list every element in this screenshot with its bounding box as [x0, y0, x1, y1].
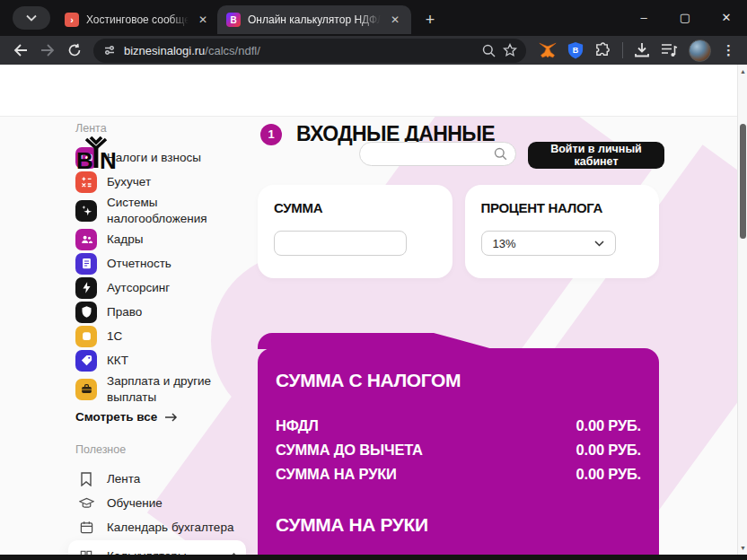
- percent-card: ПРОЦЕНТ НАЛОГА 13%: [465, 185, 660, 278]
- briefcase-icon: [75, 379, 97, 400]
- input-cards: СУММА ПРОЦЕНТ НАЛОГА 13%: [258, 185, 659, 278]
- timeweb-favicon-icon: ›: [65, 13, 79, 27]
- scroll-up-icon[interactable]: ▲: [738, 68, 747, 74]
- site-settings-icon[interactable]: [102, 43, 117, 57]
- sidebar-item-outsourcing[interactable]: Аутсорсинг: [75, 276, 246, 299]
- sidebar-item-label: Аутсорсинг: [107, 280, 170, 296]
- scrollbar-thumb[interactable]: [740, 124, 746, 239]
- sidebar-item-label: Бухучет: [107, 174, 151, 190]
- tab-hosting-community[interactable]: › Хостинговое сообщество «Tim ✕: [56, 5, 219, 34]
- site-header: B N Войти в личный кабинет: [0, 65, 747, 117]
- forward-button[interactable]: [34, 38, 61, 63]
- result-row-before-deduction: СУММА ДО ВЫЧЕТА 0.00 РУБ.: [276, 438, 641, 462]
- sidebar-item-feed[interactable]: Лента: [75, 468, 246, 490]
- sidebar-item-reports[interactable]: Отчетность: [75, 252, 246, 275]
- sidebar-item-salary[interactable]: Зарплата и другие выплаты: [75, 373, 246, 405]
- svg-text:B: B: [76, 147, 93, 174]
- maximize-button[interactable]: ▢: [664, 0, 706, 34]
- extensions-area: B ⋮: [539, 39, 735, 62]
- minimize-button[interactable]: –: [623, 0, 664, 34]
- sidebar: Лента Налоги и взносы Бухучет Системы на…: [75, 122, 246, 560]
- menu-kebab-icon[interactable]: ⋮: [722, 42, 735, 58]
- scroll-down-icon[interactable]: ▼: [738, 545, 747, 551]
- result-row-value: 0.00 РУБ.: [576, 414, 641, 438]
- new-tab-button[interactable]: +: [418, 8, 442, 31]
- tab-title: Онлайн калькулятор НДФЛ 13: [248, 13, 381, 26]
- downloads-icon[interactable]: [634, 42, 650, 58]
- sidebar-item-label: Обучение: [107, 495, 163, 512]
- site-search-input[interactable]: [359, 142, 516, 166]
- people-icon: [75, 229, 97, 250]
- percent-selected-value: 13%: [493, 237, 516, 250]
- sidebar-item-kkt[interactable]: ККТ: [75, 349, 246, 372]
- result-title: СУММА С НАЛОГОМ: [276, 370, 641, 391]
- step-badge: 1: [260, 124, 282, 145]
- zoom-icon[interactable]: [482, 44, 496, 57]
- search-icon: [494, 147, 507, 161]
- sidebar-item-label: Налоги и взносы: [107, 150, 201, 166]
- sidebar-item-label: ККТ: [107, 353, 128, 369]
- result-second-title: СУММА НА РУКИ: [276, 514, 641, 536]
- address-bar[interactable]: biznesinalogi.ru/calcs/ndfl/: [93, 39, 526, 63]
- result-row-label: СУММА ДО ВЫЧЕТА: [276, 438, 423, 462]
- forward-arrow-icon: [40, 44, 55, 57]
- sidebar-item-calendar[interactable]: Календарь бухгалтера: [75, 516, 246, 538]
- sidebar-item-label: Лента: [107, 471, 140, 487]
- tab-search-button[interactable]: [13, 6, 50, 30]
- sidebar-item-tax-systems[interactable]: Системы налогообложения: [75, 195, 246, 226]
- sidebar-item-label: 1С: [107, 328, 122, 345]
- svg-text:B: B: [573, 46, 579, 55]
- url-path: /calcs/ndfl/: [205, 44, 259, 57]
- bin-logo[interactable]: B N: [75, 136, 117, 176]
- sidebar-item-label: Отчетность: [107, 256, 171, 272]
- tab-title: Хостинговое сообщество «Tim: [86, 13, 189, 26]
- metamask-icon[interactable]: [539, 42, 557, 59]
- document-icon: [75, 253, 97, 275]
- sidebar-item-label: Зарплата и другие выплаты: [107, 373, 246, 405]
- playlist-icon[interactable]: [661, 43, 678, 57]
- shield-icon: [75, 302, 97, 323]
- back-button[interactable]: [7, 38, 34, 63]
- percent-label: ПРОЦЕНТ НАЛОГА: [481, 200, 644, 215]
- see-all-label: Смотреть все: [75, 410, 157, 424]
- close-button[interactable]: ✕: [706, 0, 747, 34]
- percent-select[interactable]: 13%: [481, 231, 616, 256]
- tag-icon: [75, 350, 97, 372]
- result-row-value: 0.00 РУБ.: [576, 438, 641, 462]
- arrow-right-icon: [164, 413, 178, 422]
- tab-ndfl-calculator[interactable]: B Онлайн калькулятор НДФЛ 13 ✕: [217, 5, 411, 34]
- sidebar-item-hr[interactable]: Кадры: [75, 228, 246, 250]
- extensions-puzzle-icon[interactable]: [594, 42, 611, 59]
- result-row-take-home: СУММА НА РУКИ 0.00 РУБ.: [276, 462, 641, 486]
- lightning-icon: [75, 277, 97, 299]
- page-scrollbar[interactable]: ▲ ▼: [737, 65, 747, 555]
- see-all-link[interactable]: Смотреть все: [75, 410, 246, 424]
- bitwarden-icon[interactable]: B: [567, 41, 584, 59]
- result-row-label: СУММА НА РУКИ: [276, 462, 397, 486]
- tab-close-icon[interactable]: ✕: [196, 13, 210, 26]
- bookmark-star-icon[interactable]: [503, 43, 517, 57]
- result-row-value: 0.00 РУБ.: [576, 462, 641, 486]
- reload-button[interactable]: [61, 38, 88, 63]
- sidebar-item-label: Право: [107, 304, 142, 320]
- sidebar-item-law[interactable]: Право: [75, 301, 246, 323]
- sidebar-item-education[interactable]: Обучение: [75, 492, 246, 514]
- page-content: Лента Налоги и взносы Бухучет Системы на…: [0, 117, 737, 560]
- sum-input[interactable]: [274, 231, 407, 256]
- sidebar-item-label: Системы налогообложения: [107, 195, 246, 226]
- result-row-label: НФДЛ: [276, 414, 319, 438]
- profile-avatar[interactable]: [689, 39, 711, 62]
- chevron-down-icon: [26, 14, 37, 22]
- window-bottom-edge: [0, 555, 747, 560]
- login-button[interactable]: Войти в личный кабинет: [528, 142, 664, 169]
- sidebar-item-1c[interactable]: 1С: [75, 325, 246, 347]
- sum-card: СУММА: [258, 185, 453, 278]
- tab-close-icon[interactable]: ✕: [388, 13, 402, 26]
- reload-icon: [67, 43, 82, 57]
- result-card: СУММА С НАЛОГОМ НФДЛ 0.00 РУБ. СУММА ДО …: [258, 348, 659, 560]
- sidebar-section-title: Лента: [75, 122, 246, 135]
- toolbar-divider: [622, 42, 623, 58]
- url-text[interactable]: biznesinalogi.ru/calcs/ndfl/: [124, 44, 475, 57]
- sidebar-section-title: Полезное: [75, 443, 246, 456]
- bin-favicon-icon: B: [226, 13, 241, 27]
